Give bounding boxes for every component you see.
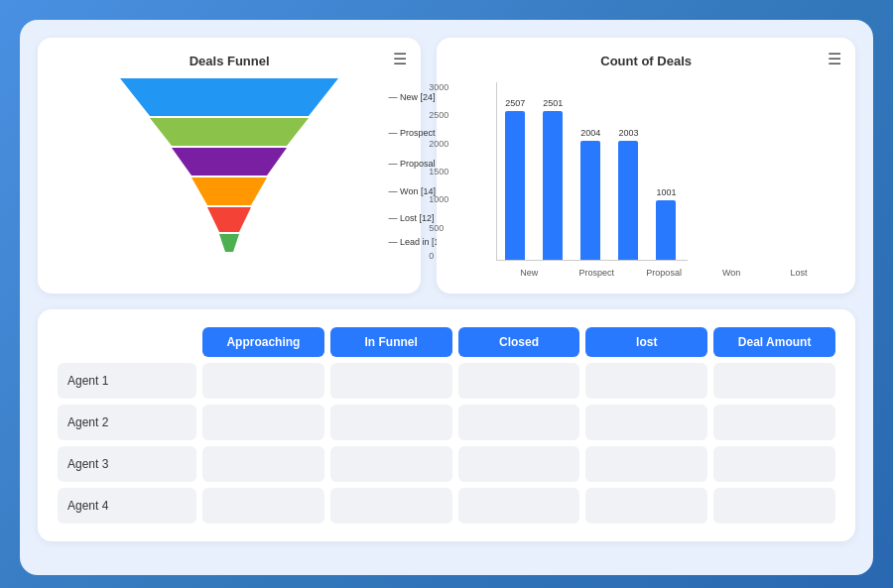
table-data-2-closed — [458, 405, 580, 440]
table-data-3-approaching — [202, 446, 324, 482]
bar-col-won: 2003 — [618, 128, 638, 260]
bar-rect-won — [618, 141, 638, 260]
y-label-500: 500 — [429, 223, 448, 233]
bar-value-prospect: 2501 — [543, 98, 563, 108]
table-data-4-infunnel — [330, 488, 452, 524]
y-label-1000: 1000 — [429, 194, 448, 204]
bar-value-proposal: 2004 — [580, 128, 600, 138]
y-label-1500: 1500 — [429, 167, 448, 176]
main-container: Deals Funnel ☰ — [20, 20, 873, 575]
bar-rect-proposal — [580, 141, 600, 260]
x-label-lost: Lost — [774, 268, 824, 278]
svg-marker-1 — [150, 118, 309, 146]
x-label-won: Won — [706, 268, 756, 278]
bar-value-new: 2507 — [505, 98, 525, 108]
bar-rect-lost — [656, 200, 676, 260]
funnel-title: Deals Funnel — [54, 54, 405, 68]
bar-col-new: 2507 — [505, 98, 525, 260]
bar-chart-inner: 2507 2501 2004 — [496, 82, 688, 261]
table-data-4-dealamount — [713, 488, 835, 524]
bar-rect-new — [505, 111, 525, 260]
table-data-4-closed — [458, 488, 580, 524]
table-data-2-dealamount — [713, 405, 835, 440]
table-data-4-lost — [585, 488, 707, 524]
svg-marker-5 — [219, 234, 239, 252]
table-data-1-dealamount — [713, 363, 835, 399]
bar-chart-card: Count of Deals ☰ 3000 2500 2000 1500 100… — [437, 38, 855, 294]
table-data-3-lost — [585, 446, 707, 482]
table-data-4-approaching — [202, 488, 324, 524]
x-label-new: New — [504, 268, 554, 278]
table-grid: Approaching In Funnel Closed lost Deal A… — [58, 327, 835, 524]
funnel-menu-icon[interactable]: ☰ — [393, 52, 407, 67]
x-label-proposal: Proposal — [639, 268, 689, 278]
y-label-2500: 2500 — [429, 110, 448, 120]
bar-col-prospect: 2501 — [543, 98, 563, 260]
table-agent-3: Agent 3 — [58, 446, 196, 482]
svg-marker-3 — [191, 177, 267, 205]
funnel-chart: — New [24] — Prospect [10] — Proposal [1… — [54, 78, 405, 255]
table-data-1-approaching — [202, 363, 324, 399]
funnel-card: Deals Funnel ☰ — [38, 38, 421, 294]
top-row: Deals Funnel ☰ — [38, 38, 855, 294]
svg-marker-2 — [172, 148, 287, 176]
table-header-dealamount: Deal Amount — [713, 327, 835, 357]
table-agent-2: Agent 2 — [58, 405, 196, 440]
table-agent-4: Agent 4 — [58, 488, 196, 524]
bar-chart-area: 3000 2500 2000 1500 1000 500 0 2507 — [452, 78, 839, 278]
svg-marker-4 — [207, 207, 251, 232]
bar-chart-title: Count of Deals — [452, 54, 839, 68]
funnel-svg — [110, 78, 348, 255]
table-header-lost: lost — [585, 327, 707, 357]
x-label-prospect: Prospect — [572, 268, 621, 278]
bar-col-proposal: 2004 — [580, 128, 600, 260]
bar-menu-icon[interactable]: ☰ — [828, 52, 841, 67]
bar-value-won: 2003 — [618, 128, 638, 138]
table-data-1-closed — [458, 363, 580, 399]
table-header-empty — [58, 327, 196, 357]
y-label-2000: 2000 — [429, 139, 448, 149]
table-data-2-lost — [585, 405, 707, 440]
table-data-2-infunnel — [330, 405, 452, 440]
table-header-closed: Closed — [458, 327, 580, 357]
table-data-1-lost — [585, 363, 707, 399]
table-data-3-closed — [458, 446, 580, 482]
bar-value-lost: 1001 — [656, 187, 676, 197]
y-label-0: 0 — [429, 251, 448, 261]
table-data-2-approaching — [202, 405, 324, 440]
x-labels-row: New Prospect Proposal Won Lost — [460, 265, 831, 278]
table-card: Approaching In Funnel Closed lost Deal A… — [38, 309, 855, 541]
y-axis-labels: 3000 2500 2000 1500 1000 500 0 — [429, 82, 448, 261]
table-data-3-dealamount — [713, 446, 835, 482]
y-label-3000: 3000 — [429, 82, 448, 92]
table-data-1-infunnel — [330, 363, 452, 399]
table-agent-1: Agent 1 — [58, 363, 196, 399]
svg-marker-0 — [120, 78, 338, 116]
table-header-infunnel: In Funnel — [330, 327, 452, 357]
bar-col-lost: 1001 — [656, 187, 676, 260]
bar-rect-prospect — [543, 111, 563, 260]
table-header-approaching: Approaching — [202, 327, 324, 357]
table-data-3-infunnel — [330, 446, 452, 482]
